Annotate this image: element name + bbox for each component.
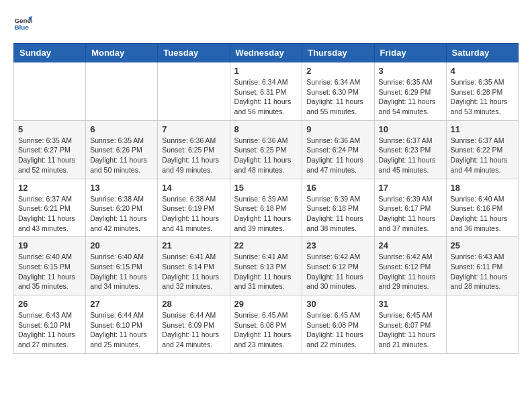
calendar-cell: 29Sunrise: 6:45 AM Sunset: 6:08 PM Dayli…	[230, 295, 302, 354]
day-number: 23	[306, 240, 369, 250]
calendar-cell: 22Sunrise: 6:41 AM Sunset: 6:13 PM Dayli…	[230, 237, 302, 295]
day-info: Sunrise: 6:40 AM Sunset: 6:16 PM Dayligh…	[451, 194, 514, 234]
calendar-cell: 26Sunrise: 6:43 AM Sunset: 6:10 PM Dayli…	[14, 295, 86, 354]
day-info: Sunrise: 6:45 AM Sunset: 6:08 PM Dayligh…	[306, 310, 369, 350]
calendar-cell: 6Sunrise: 6:35 AM Sunset: 6:26 PM Daylig…	[86, 120, 158, 179]
calendar-cell: 9Sunrise: 6:36 AM Sunset: 6:24 PM Daylig…	[302, 120, 374, 179]
calendar-cell: 18Sunrise: 6:40 AM Sunset: 6:16 PM Dayli…	[446, 179, 518, 237]
calendar-cell: 7Sunrise: 6:36 AM Sunset: 6:25 PM Daylig…	[158, 120, 230, 179]
logo: General Blue	[13, 13, 32, 32]
day-number: 2	[306, 66, 369, 76]
calendar-cell: 1Sunrise: 6:34 AM Sunset: 6:31 PM Daylig…	[230, 62, 302, 121]
calendar-cell: 21Sunrise: 6:41 AM Sunset: 6:14 PM Dayli…	[158, 237, 230, 295]
day-info: Sunrise: 6:43 AM Sunset: 6:10 PM Dayligh…	[18, 310, 81, 350]
day-of-week-header: Saturday	[446, 44, 518, 62]
calendar-cell: 23Sunrise: 6:42 AM Sunset: 6:12 PM Dayli…	[302, 237, 374, 295]
calendar-cell: 24Sunrise: 6:42 AM Sunset: 6:12 PM Dayli…	[374, 237, 446, 295]
svg-text:Blue: Blue	[14, 24, 29, 31]
day-number: 31	[379, 299, 442, 309]
day-of-week-header: Sunday	[14, 44, 86, 62]
day-info: Sunrise: 6:34 AM Sunset: 6:31 PM Dayligh…	[234, 77, 298, 117]
calendar-week-row: 19Sunrise: 6:40 AM Sunset: 6:15 PM Dayli…	[14, 237, 519, 295]
day-info: Sunrise: 6:34 AM Sunset: 6:30 PM Dayligh…	[306, 77, 369, 117]
day-info: Sunrise: 6:35 AM Sunset: 6:27 PM Dayligh…	[18, 136, 81, 175]
day-info: Sunrise: 6:41 AM Sunset: 6:13 PM Dayligh…	[234, 252, 298, 291]
calendar-cell: 19Sunrise: 6:40 AM Sunset: 6:15 PM Dayli…	[14, 237, 86, 295]
day-number: 15	[234, 183, 298, 193]
day-info: Sunrise: 6:40 AM Sunset: 6:15 PM Dayligh…	[18, 252, 81, 291]
day-of-week-header: Friday	[374, 44, 446, 62]
calendar-week-row: 1Sunrise: 6:34 AM Sunset: 6:31 PM Daylig…	[14, 62, 519, 121]
day-info: Sunrise: 6:35 AM Sunset: 6:28 PM Dayligh…	[451, 77, 514, 117]
calendar-cell: 4Sunrise: 6:35 AM Sunset: 6:28 PM Daylig…	[446, 62, 518, 121]
day-info: Sunrise: 6:41 AM Sunset: 6:14 PM Dayligh…	[162, 252, 225, 291]
calendar-week-row: 12Sunrise: 6:37 AM Sunset: 6:21 PM Dayli…	[14, 179, 519, 237]
day-info: Sunrise: 6:38 AM Sunset: 6:20 PM Dayligh…	[90, 194, 153, 234]
day-number: 26	[18, 299, 81, 309]
calendar-week-row: 26Sunrise: 6:43 AM Sunset: 6:10 PM Dayli…	[14, 295, 519, 354]
calendar-cell: 10Sunrise: 6:37 AM Sunset: 6:23 PM Dayli…	[374, 120, 446, 179]
day-number: 28	[162, 299, 225, 309]
day-number: 9	[306, 124, 369, 134]
page-header: General Blue	[13, 13, 519, 32]
day-info: Sunrise: 6:39 AM Sunset: 6:18 PM Dayligh…	[234, 194, 298, 234]
day-number: 20	[90, 240, 153, 250]
calendar-cell: 27Sunrise: 6:44 AM Sunset: 6:10 PM Dayli…	[86, 295, 158, 354]
calendar-cell	[158, 62, 230, 121]
day-info: Sunrise: 6:44 AM Sunset: 6:10 PM Dayligh…	[90, 310, 153, 350]
day-number: 4	[451, 66, 514, 76]
calendar-cell: 12Sunrise: 6:37 AM Sunset: 6:21 PM Dayli…	[14, 179, 86, 237]
day-info: Sunrise: 6:42 AM Sunset: 6:12 PM Dayligh…	[379, 252, 442, 291]
calendar-cell: 8Sunrise: 6:36 AM Sunset: 6:25 PM Daylig…	[230, 120, 302, 179]
day-info: Sunrise: 6:37 AM Sunset: 6:23 PM Dayligh…	[379, 136, 442, 175]
day-of-week-header: Monday	[86, 44, 158, 62]
calendar-cell: 16Sunrise: 6:39 AM Sunset: 6:18 PM Dayli…	[302, 179, 374, 237]
day-number: 18	[451, 183, 514, 193]
day-info: Sunrise: 6:39 AM Sunset: 6:18 PM Dayligh…	[306, 194, 369, 234]
calendar-cell: 5Sunrise: 6:35 AM Sunset: 6:27 PM Daylig…	[14, 120, 86, 179]
day-info: Sunrise: 6:35 AM Sunset: 6:29 PM Dayligh…	[379, 77, 442, 117]
calendar-cell: 20Sunrise: 6:40 AM Sunset: 6:15 PM Dayli…	[86, 237, 158, 295]
day-number: 21	[162, 240, 225, 250]
calendar-cell: 30Sunrise: 6:45 AM Sunset: 6:08 PM Dayli…	[302, 295, 374, 354]
day-number: 11	[451, 124, 514, 134]
day-number: 16	[306, 183, 369, 193]
calendar-cell: 13Sunrise: 6:38 AM Sunset: 6:20 PM Dayli…	[86, 179, 158, 237]
day-number: 17	[379, 183, 442, 193]
day-number: 13	[90, 183, 153, 193]
calendar-cell: 15Sunrise: 6:39 AM Sunset: 6:18 PM Dayli…	[230, 179, 302, 237]
calendar-cell	[86, 62, 158, 121]
day-info: Sunrise: 6:43 AM Sunset: 6:11 PM Dayligh…	[451, 252, 514, 291]
day-number: 5	[18, 124, 81, 134]
calendar-cell: 11Sunrise: 6:37 AM Sunset: 6:22 PM Dayli…	[446, 120, 518, 179]
calendar-cell: 28Sunrise: 6:44 AM Sunset: 6:09 PM Dayli…	[158, 295, 230, 354]
day-number: 6	[90, 124, 153, 134]
day-number: 22	[234, 240, 298, 250]
calendar-body: 1Sunrise: 6:34 AM Sunset: 6:31 PM Daylig…	[14, 62, 519, 354]
day-number: 12	[18, 183, 81, 193]
day-info: Sunrise: 6:40 AM Sunset: 6:15 PM Dayligh…	[90, 252, 153, 291]
day-number: 7	[162, 124, 225, 134]
day-of-week-header: Thursday	[302, 44, 374, 62]
day-info: Sunrise: 6:36 AM Sunset: 6:25 PM Dayligh…	[234, 136, 298, 175]
day-info: Sunrise: 6:42 AM Sunset: 6:12 PM Dayligh…	[306, 252, 369, 291]
day-info: Sunrise: 6:44 AM Sunset: 6:09 PM Dayligh…	[162, 310, 225, 350]
calendar-header-row: SundayMondayTuesdayWednesdayThursdayFrid…	[14, 44, 519, 62]
calendar-cell	[14, 62, 86, 121]
day-info: Sunrise: 6:35 AM Sunset: 6:26 PM Dayligh…	[90, 136, 153, 175]
day-info: Sunrise: 6:45 AM Sunset: 6:07 PM Dayligh…	[379, 310, 442, 350]
day-number: 14	[162, 183, 225, 193]
day-number: 24	[379, 240, 442, 250]
day-number: 29	[234, 299, 298, 309]
day-of-week-header: Wednesday	[230, 44, 302, 62]
day-info: Sunrise: 6:36 AM Sunset: 6:24 PM Dayligh…	[306, 136, 369, 175]
calendar-cell: 14Sunrise: 6:38 AM Sunset: 6:19 PM Dayli…	[158, 179, 230, 237]
day-number: 27	[90, 299, 153, 309]
day-info: Sunrise: 6:39 AM Sunset: 6:17 PM Dayligh…	[379, 194, 442, 234]
day-info: Sunrise: 6:45 AM Sunset: 6:08 PM Dayligh…	[234, 310, 298, 350]
day-number: 19	[18, 240, 81, 250]
calendar-cell	[446, 295, 518, 354]
calendar-week-row: 5Sunrise: 6:35 AM Sunset: 6:27 PM Daylig…	[14, 120, 519, 179]
logo-icon: General Blue	[13, 13, 32, 32]
calendar-cell: 2Sunrise: 6:34 AM Sunset: 6:30 PM Daylig…	[302, 62, 374, 121]
